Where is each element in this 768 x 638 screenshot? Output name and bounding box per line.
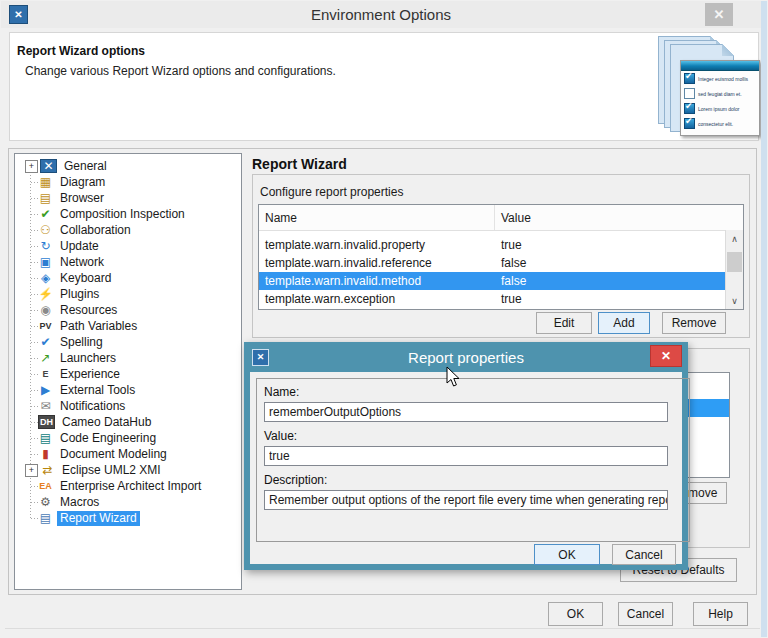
footer-ok-button[interactable]: OK (548, 602, 603, 626)
dialog-ok-button[interactable]: OK (534, 544, 600, 565)
tree-item-label[interactable]: External Tools (57, 383, 138, 398)
checklist-item-label: Lorem ipsum dolor (698, 106, 739, 112)
tree-item-label[interactable]: Report Wizard (57, 511, 140, 526)
tree-item-keyboard[interactable]: ◈ Keyboard (15, 270, 241, 286)
checklist-card: Integer euismod mollis sed feugiat diam … (680, 60, 760, 136)
tree-item-external-tools[interactable]: ▶ External Tools (15, 382, 241, 398)
collaboration-icon: ⚇ (38, 223, 53, 237)
tree-item-diagram[interactable]: ▦ Diagram (15, 174, 241, 190)
column-header-value[interactable]: Value (494, 205, 743, 230)
tree-item-label[interactable]: Plugins (57, 287, 102, 302)
checklist-item-label: sed feugiat diam et. (698, 91, 742, 97)
dialog-close-icon[interactable]: ✕ (650, 345, 682, 367)
tree-item-label[interactable]: Launchers (57, 351, 119, 366)
add-button[interactable]: Add (598, 312, 650, 334)
tree-item-label[interactable]: Enterprise Architect Import (57, 479, 204, 494)
tree-item-plugins[interactable]: ⚡ Plugins (15, 286, 241, 302)
tree-item-label[interactable]: Resources (57, 303, 120, 318)
tree-item-label[interactable]: Macros (57, 495, 102, 510)
tree-item-label[interactable]: Network (57, 255, 107, 270)
cell-value: false (494, 274, 726, 288)
tree-item-resources[interactable]: ◉ Resources (15, 302, 241, 318)
tree-item-eclipse-uml2-xmi[interactable]: + ⇄ Eclipse UML2 XMI (15, 462, 241, 478)
tree-item-composition-inspection[interactable]: ✔ Composition Inspection (15, 206, 241, 222)
eclipse-uml2-xmi-icon: ⇄ (40, 463, 55, 477)
table-header: Name Value (259, 205, 743, 231)
page-title: Report Wizard (252, 156, 347, 172)
tree-item-launchers[interactable]: ↗ Launchers (15, 350, 241, 366)
expand-plus-icon[interactable]: + (25, 464, 38, 477)
spelling-icon: ✔ (38, 335, 53, 349)
tree-item-update[interactable]: ↻ Update (15, 238, 241, 254)
network-icon: ▣ (38, 255, 53, 269)
scroll-up-icon[interactable]: ∧ (726, 231, 743, 246)
tree-item-label[interactable]: Spelling (57, 335, 106, 350)
tree-item-experience[interactable]: E Experience (15, 366, 241, 382)
tree-item-label[interactable]: General (61, 159, 110, 174)
document-modeling-icon: ▮ (38, 447, 53, 461)
tree-item-report-wizard[interactable]: ▤ Report Wizard (15, 510, 241, 526)
table-row-template-warn-invalid-property[interactable]: template.warn.invalid.property true (259, 236, 726, 254)
diagram-icon: ▦ (38, 175, 53, 189)
table-body: template.warn.invalid.property true temp… (259, 230, 726, 309)
tree-item-enterprise-architect-import[interactable]: EA Enterprise Architect Import (15, 478, 241, 494)
scroll-down-icon[interactable]: ∨ (726, 293, 743, 308)
cell-value: true (494, 292, 726, 306)
table-row-template-warn-invalid-method[interactable]: template.warn.invalid.method false (259, 272, 726, 290)
tree-item-label[interactable]: Cameo DataHub (59, 415, 154, 430)
tree-item-network[interactable]: ▣ Network (15, 254, 241, 270)
window-titlebar: ✕ Environment Options ✕ (1, 1, 761, 28)
footer-cancel-button[interactable]: Cancel (618, 602, 673, 626)
cell-name: template.warn.invalid.method (259, 274, 494, 288)
table-scrollbar[interactable]: ∧ ∨ (725, 230, 743, 309)
tree-item-label[interactable]: Browser (57, 191, 107, 206)
tree-item-path-variables[interactable]: PV Path Variables (15, 318, 241, 334)
description-input[interactable] (264, 490, 668, 510)
tree-item-document-modeling[interactable]: ▮ Document Modeling (15, 446, 241, 462)
tree-item-label[interactable]: Eclipse UML2 XMI (59, 463, 164, 478)
expand-plus-icon[interactable]: + (25, 160, 38, 173)
tree-item-label[interactable]: Collaboration (57, 223, 134, 238)
tree-item-label[interactable]: Document Modeling (57, 447, 170, 462)
tree-item-spelling[interactable]: ✔ Spelling (15, 334, 241, 350)
tree-item-browser[interactable]: ▤ Browser (15, 190, 241, 206)
remove-button[interactable]: Remove (662, 312, 726, 334)
code-engineering-icon: ▤ (38, 431, 53, 445)
tree-item-code-engineering[interactable]: ▤ Code Engineering (15, 430, 241, 446)
resources-icon: ◉ (38, 303, 53, 317)
footer-help-button[interactable]: Help (693, 602, 748, 626)
tree-item-notifications[interactable]: ✉ Notifications (15, 398, 241, 414)
cameo-datahub-icon: DH (38, 415, 55, 429)
dialog-cancel-button[interactable]: Cancel (612, 544, 676, 565)
tree-item-label[interactable]: Notifications (57, 399, 128, 414)
tree-item-label[interactable]: Keyboard (57, 271, 114, 286)
scroll-thumb[interactable] (727, 252, 742, 272)
cell-name: template.warn.exception (259, 292, 494, 306)
value-input[interactable] (264, 446, 668, 466)
report-checklist-illustration: Integer euismod mollis sed feugiat diam … (650, 34, 762, 136)
checklist-item: Lorem ipsum dolor (681, 101, 759, 116)
plugins-icon: ⚡ (38, 287, 53, 301)
keyboard-icon: ◈ (38, 271, 53, 285)
options-tree-panel: + ✕ General ▦ Diagram ▤ Browser ✔ Compos… (14, 153, 242, 590)
tree-item-collaboration[interactable]: ⚇ Collaboration (15, 222, 241, 238)
tree-item-label[interactable]: Code Engineering (57, 431, 159, 446)
tree-item-label[interactable]: Update (57, 239, 102, 254)
tree-item-general[interactable]: + ✕ General (15, 158, 241, 174)
dialog-body: Name: Value: Description: OKCancel (250, 372, 682, 564)
tree-item-cameo-datahub[interactable]: DH Cameo DataHub (15, 414, 241, 430)
tree-item-macros[interactable]: ⚙ Macros (15, 494, 241, 510)
tree-item-label[interactable]: Composition Inspection (57, 207, 188, 222)
column-header-name[interactable]: Name (259, 205, 494, 230)
tree-item-label[interactable]: Experience (57, 367, 123, 382)
table-row-template-warn-invalid-reference[interactable]: template.warn.invalid.reference false (259, 254, 726, 272)
tree-item-label[interactable]: Diagram (57, 175, 108, 190)
window-close-icon[interactable]: ✕ (705, 3, 733, 26)
tree-item-label[interactable]: Path Variables (57, 319, 140, 334)
dialog-title: Report properties (250, 349, 682, 366)
field-label: Name: (264, 385, 682, 400)
edit-button[interactable]: Edit (536, 312, 592, 334)
name-input[interactable] (264, 402, 668, 422)
table-row-template-warn-exception[interactable]: template.warn.exception true (259, 290, 726, 308)
cell-value: true (494, 238, 726, 252)
